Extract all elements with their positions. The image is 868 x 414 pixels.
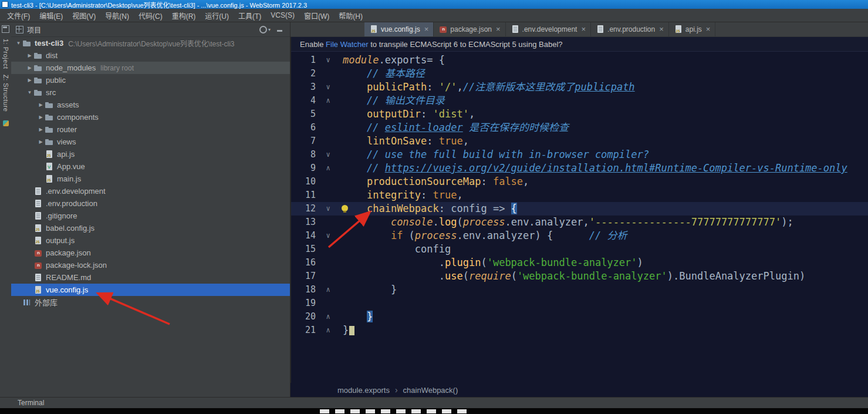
code-line-6[interactable]: 6 // eslint-loader 是否在保存的时候检查: [291, 121, 868, 134]
close-icon[interactable]: ×: [706, 26, 711, 32]
menu-item[interactable]: 代码(C): [134, 11, 167, 21]
code-line-16[interactable]: 16 .plugin('webpack-bundle-analyzer'): [291, 256, 868, 270]
menu-item[interactable]: 视图(V): [67, 11, 100, 21]
tree-item-views[interactable]: ▶views: [11, 136, 290, 148]
terminal-tool-button[interactable]: Terminal: [18, 399, 44, 407]
tree-item-dist[interactable]: ▶dist: [11, 49, 290, 62]
menu-item[interactable]: 帮助(H): [334, 11, 367, 21]
breadcrumb-item[interactable]: chainWebpack(): [403, 386, 458, 395]
tree-item-assets[interactable]: ▶assets: [11, 99, 290, 111]
fold-marker-icon[interactable]: ∧: [319, 94, 337, 107]
tool-strip-project-button[interactable]: 1: Project: [2, 39, 9, 69]
fold-marker-icon[interactable]: ∧: [319, 324, 337, 337]
tab-.env.development[interactable]: .env.development×: [506, 22, 591, 36]
tree-item-main.js[interactable]: main.js: [11, 173, 290, 185]
chevron-right-icon[interactable]: ▶: [37, 139, 45, 144]
fold-spacer: [319, 297, 337, 310]
tree-item-package-lock.json[interactable]: package-lock.json: [11, 259, 290, 271]
menu-item[interactable]: 运行(U): [200, 11, 234, 21]
code-line-21[interactable]: 21∧}: [291, 324, 868, 337]
tree-item-App.vue[interactable]: App.vue: [11, 160, 290, 173]
menu-item[interactable]: 重构(R): [167, 11, 201, 21]
code-line-8[interactable]: 8∨ // use the full build with in-browser…: [291, 148, 868, 161]
menu-item[interactable]: 窗口(W): [299, 11, 334, 21]
fold-marker-icon[interactable]: ∨: [319, 80, 337, 94]
fold-marker-icon[interactable]: ∨: [319, 202, 337, 216]
close-icon[interactable]: ×: [581, 26, 586, 32]
menu-item[interactable]: 文件(F): [2, 11, 35, 21]
fold-marker-icon[interactable]: ∨: [319, 53, 337, 67]
tab-vue.config.js[interactable]: vue.config.js×: [364, 22, 434, 36]
code-line-7[interactable]: 7 lintOnSave: true,: [291, 134, 868, 148]
tree-item-router[interactable]: ▶router: [11, 123, 290, 136]
vue-icon: [45, 162, 54, 171]
tree-item-.env.production[interactable]: .env.production: [11, 197, 290, 210]
fold-marker-icon[interactable]: ∧: [319, 283, 337, 297]
chevron-right-icon[interactable]: ▶: [37, 102, 45, 107]
code-line-17[interactable]: 17 .use(require('webpack-bundle-analyzer…: [291, 270, 868, 283]
code-line-20[interactable]: 20∧ }: [291, 310, 868, 324]
tree-item-.gitignore[interactable]: .gitignore: [11, 210, 290, 222]
tree-item-README.md[interactable]: README.md: [11, 271, 290, 284]
fold-marker-icon[interactable]: ∧: [319, 161, 337, 175]
tree-item-api.js[interactable]: api.js: [11, 148, 290, 160]
chevron-down-icon[interactable]: ▾: [268, 27, 271, 32]
tree-item-test-cli3[interactable]: ▼test-cli3C:\Users\Administrator\Desktop…: [11, 37, 290, 49]
fold-spacer: [319, 270, 337, 283]
tree-item-外部库[interactable]: 外部库: [11, 296, 290, 308]
tree-item-src[interactable]: ▼src: [11, 86, 290, 99]
intention-bulb-icon[interactable]: [342, 205, 348, 211]
chevron-right-icon[interactable]: ▶: [37, 127, 45, 132]
chevron-right-icon[interactable]: ▶: [26, 65, 33, 70]
close-icon[interactable]: ×: [424, 26, 429, 32]
code-line-9[interactable]: 9∧ // https://vuejs.org/v2/guide/install…: [291, 161, 868, 175]
gear-icon[interactable]: [259, 26, 267, 33]
code-line-12[interactable]: 12∨ chainWebpack: config => {: [291, 202, 868, 216]
tree-item-output.js[interactable]: output.js: [11, 234, 290, 247]
tree-item-node_modules[interactable]: ▶node_moduleslibrary root: [11, 62, 290, 74]
code-line-13[interactable]: 13 console.log(process.env.analyzer,'---…: [291, 216, 868, 229]
chevron-right-icon[interactable]: ▶: [26, 78, 33, 83]
menu-item[interactable]: VCS(S): [266, 11, 299, 19]
chevron-down-icon[interactable]: ▼: [15, 41, 22, 46]
code-text: // https://vuejs.org/v2/guide/installati…: [337, 161, 868, 175]
fold-marker-icon[interactable]: ∧: [319, 310, 337, 324]
tab-api.js[interactable]: api.js×: [669, 22, 716, 36]
code-line-4[interactable]: 4∧ // 输出文件目录: [291, 94, 868, 107]
tool-strip-structure-button[interactable]: Z: Structure: [2, 75, 9, 112]
code-line-10[interactable]: 10 productionSourceMap: false,: [291, 175, 868, 189]
chevron-right-icon[interactable]: ▶: [26, 53, 33, 58]
tree-item-babel.config.js[interactable]: babel.config.js: [11, 222, 290, 234]
code-line-15[interactable]: 15 config: [291, 243, 868, 256]
code-line-11[interactable]: 11 integrity: true,: [291, 189, 868, 202]
menu-item[interactable]: 编辑(E): [35, 11, 67, 21]
code-line-2[interactable]: 2 // 基本路径: [291, 67, 868, 80]
fold-marker-icon[interactable]: ∨: [319, 148, 337, 161]
tab-.env.production[interactable]: .env.production×: [591, 22, 669, 36]
code-line-5[interactable]: 5 outputDir: 'dist',: [291, 107, 868, 121]
menu-item[interactable]: 导航(N): [100, 11, 134, 21]
tree-item-package.json[interactable]: package.json: [11, 247, 290, 259]
favorites-icon[interactable]: [3, 120, 9, 126]
code-line-19[interactable]: 19: [291, 297, 868, 310]
code-line-3[interactable]: 3∨ publicPath: '/',//注意新版本这里改成了publicpat…: [291, 80, 868, 94]
menu-item[interactable]: 工具(T): [234, 11, 266, 21]
hide-panel-icon[interactable]: [276, 26, 283, 33]
code-line-1[interactable]: 1∨module.exports= {: [291, 53, 868, 67]
code-line-14[interactable]: 14∨ if (process.env.analyzer) { // 分析: [291, 229, 868, 243]
chevron-down-icon[interactable]: ▼: [26, 90, 33, 95]
tool-window-icon[interactable]: [2, 25, 9, 33]
close-icon[interactable]: ×: [659, 26, 664, 32]
tree-item-.env.development[interactable]: .env.development: [11, 185, 290, 197]
code-line-18[interactable]: 18∧ }: [291, 283, 868, 297]
tree-item-label: test-cli3: [35, 39, 63, 48]
close-icon[interactable]: ×: [496, 26, 501, 32]
fold-marker-icon[interactable]: ∨: [319, 229, 337, 243]
chevron-right-icon[interactable]: ▶: [37, 115, 45, 120]
tree-item-vue.config.js[interactable]: vue.config.js: [11, 284, 290, 296]
tree-item-components[interactable]: ▶components: [11, 111, 290, 123]
file-watcher-link[interactable]: File Watcher: [326, 40, 368, 49]
tree-item-public[interactable]: ▶public: [11, 74, 290, 86]
tab-package.json[interactable]: package.json×: [434, 22, 505, 36]
breadcrumb-item[interactable]: module.exports: [337, 386, 390, 395]
